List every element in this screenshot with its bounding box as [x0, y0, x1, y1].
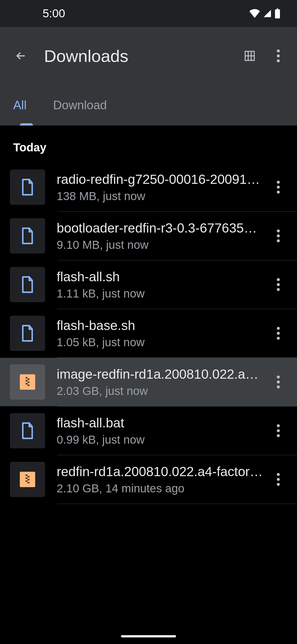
page-title: Downloads	[44, 46, 231, 66]
gesture-nav-bar[interactable]	[121, 635, 176, 637]
file-item[interactable]: flash-base.sh1.05 kB, just now	[0, 309, 297, 358]
file-name: redfin-rd1a.200810.022.a4-factory-…	[57, 464, 263, 479]
svg-rect-34	[28, 479, 29, 480]
file-more-button[interactable]	[268, 323, 288, 343]
file-meta: 138 MB, just now	[57, 190, 263, 203]
svg-point-13	[277, 278, 280, 281]
file-icon	[10, 267, 45, 302]
svg-point-29	[277, 429, 280, 432]
arrow-back-icon	[14, 49, 28, 62]
file-more-button[interactable]	[268, 421, 288, 441]
file-meta: 1.05 kB, just now	[57, 336, 263, 349]
file-info: flash-all.sh1.11 kB, just now	[57, 269, 268, 300]
file-more-button[interactable]	[268, 372, 288, 392]
file-more-button[interactable]	[268, 470, 288, 489]
signal-icon	[262, 9, 272, 18]
svg-point-8	[277, 186, 280, 189]
wifi-icon	[249, 9, 260, 18]
svg-rect-35	[26, 481, 28, 482]
svg-rect-20	[28, 378, 29, 380]
svg-point-27	[277, 386, 280, 389]
file-meta: 9.10 MB, just now	[57, 238, 263, 252]
svg-point-16	[277, 327, 280, 330]
svg-point-14	[277, 283, 280, 286]
file-more-button[interactable]	[268, 275, 288, 294]
file-meta: 2.10 GB, 14 minutes ago	[57, 482, 263, 495]
divider	[57, 504, 297, 504]
grid-icon	[244, 50, 256, 62]
svg-point-18	[277, 337, 280, 340]
svg-point-5	[277, 54, 280, 58]
file-item[interactable]: flash-all.sh1.11 kB, just now	[0, 260, 297, 309]
more-options-button[interactable]	[268, 46, 288, 66]
file-icon	[10, 218, 45, 253]
svg-rect-31	[26, 474, 28, 476]
file-icon	[10, 316, 45, 351]
file-name: radio-redfin-g7250-00016-200911-…	[57, 172, 263, 187]
file-info: image-redfin-rd1a.200810.022.a4.…2.03 GB…	[57, 367, 268, 398]
file-info: bootloader-redfin-r3-0.3-6776358.i…9.10 …	[57, 220, 268, 252]
svg-point-9	[277, 191, 280, 194]
svg-point-4	[277, 50, 280, 53]
section-header: Today	[0, 125, 297, 163]
file-name: flash-base.sh	[57, 318, 263, 333]
file-item[interactable]: image-redfin-rd1a.200810.022.a4.…2.03 GB…	[0, 358, 297, 406]
status-bar: 5:00	[0, 0, 297, 27]
svg-point-12	[277, 239, 280, 242]
file-icon	[10, 170, 45, 205]
file-name: bootloader-redfin-r3-0.3-6776358.i…	[57, 220, 263, 236]
svg-point-6	[277, 59, 280, 62]
status-icons	[249, 9, 280, 18]
file-meta: 2.03 GB, just now	[57, 384, 263, 398]
app-bar: Downloads	[0, 27, 297, 85]
tab-all[interactable]: All	[0, 85, 40, 125]
svg-rect-24	[28, 384, 29, 386]
file-name: flash-all.sh	[57, 269, 263, 284]
file-item[interactable]: flash-all.bat0.99 kB, just now	[0, 406, 297, 455]
file-info: radio-redfin-g7250-00016-200911-…138 MB,…	[57, 172, 268, 203]
back-button[interactable]	[11, 46, 31, 66]
svg-rect-32	[28, 476, 29, 477]
file-list: radio-redfin-g7250-00016-200911-…138 MB,…	[0, 163, 297, 504]
svg-point-10	[277, 230, 280, 233]
svg-point-30	[277, 434, 280, 437]
tab-label: All	[13, 98, 27, 112]
file-info: flash-all.bat0.99 kB, just now	[57, 415, 268, 446]
svg-rect-36	[28, 482, 29, 483]
svg-point-26	[277, 381, 280, 384]
svg-point-11	[277, 234, 280, 238]
svg-rect-22	[28, 381, 29, 383]
tab-indicator	[20, 123, 33, 125]
file-info: flash-base.sh1.05 kB, just now	[57, 318, 268, 349]
svg-point-15	[277, 288, 280, 291]
archive-icon	[10, 364, 45, 400]
grid-view-button[interactable]	[240, 46, 260, 66]
content: Today radio-redfin-g7250-00016-200911-…1…	[0, 125, 297, 504]
tab-label: Download	[53, 98, 107, 112]
svg-rect-21	[26, 380, 28, 381]
file-info: redfin-rd1a.200810.022.a4-factory-…2.10 …	[57, 464, 268, 495]
tab-download[interactable]: Download	[40, 85, 120, 125]
file-more-button[interactable]	[268, 177, 288, 197]
file-meta: 0.99 kB, just now	[57, 433, 263, 446]
more-vert-icon	[277, 49, 280, 62]
svg-point-38	[277, 478, 280, 481]
file-item[interactable]: bootloader-redfin-r3-0.3-6776358.i…9.10 …	[0, 212, 297, 260]
file-name: image-redfin-rd1a.200810.022.a4.…	[57, 367, 263, 382]
svg-rect-33	[26, 477, 28, 479]
svg-rect-19	[26, 377, 28, 378]
file-item[interactable]: radio-redfin-g7250-00016-200911-…138 MB,…	[0, 163, 297, 211]
archive-icon	[10, 462, 45, 497]
svg-point-37	[277, 473, 280, 476]
battery-icon	[274, 9, 280, 18]
file-name: flash-all.bat	[57, 415, 263, 430]
status-time: 5:00	[43, 7, 65, 20]
file-item[interactable]: redfin-rd1a.200810.022.a4-factory-…2.10 …	[0, 455, 297, 504]
svg-point-28	[277, 424, 280, 427]
file-icon	[10, 413, 45, 448]
file-more-button[interactable]	[268, 226, 288, 246]
svg-point-7	[277, 181, 280, 184]
file-meta: 1.11 kB, just now	[57, 287, 263, 300]
svg-rect-23	[26, 383, 28, 384]
tabs: All Download	[0, 85, 297, 125]
